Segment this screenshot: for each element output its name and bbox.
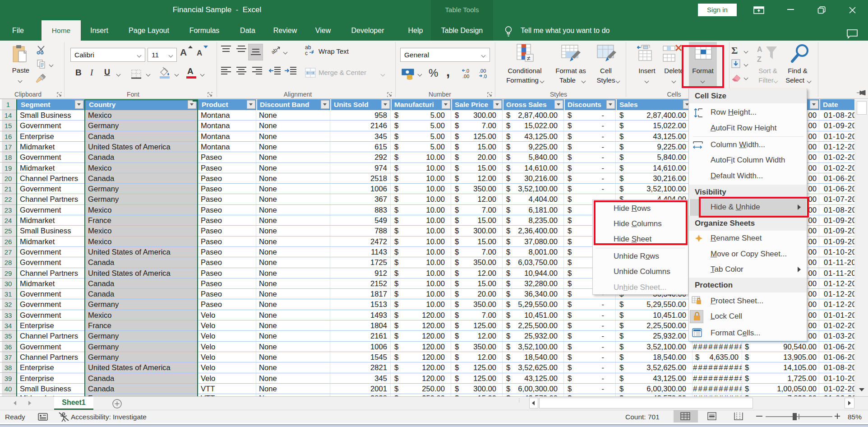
svg-text:ab: ab bbox=[270, 46, 278, 55]
svg-text:c: c bbox=[305, 50, 308, 56]
svg-text:≠: ≠ bbox=[527, 55, 531, 62]
svg-text:.00: .00 bbox=[479, 68, 486, 74]
svg-text:.0: .0 bbox=[483, 74, 487, 79]
svg-text:Z: Z bbox=[757, 56, 762, 63]
svg-text:.00: .00 bbox=[462, 74, 469, 79]
svg-text:.0: .0 bbox=[465, 68, 469, 74]
svg-text:A: A bbox=[757, 46, 762, 53]
